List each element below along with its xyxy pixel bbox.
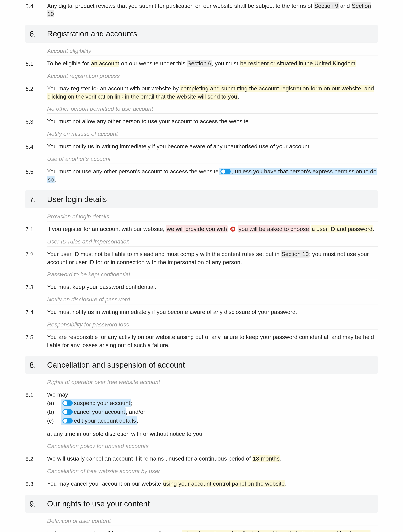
text: Your user ID must not be liable to misle… <box>47 251 281 257</box>
note-text: Rights of operator over free website acc… <box>47 379 378 387</box>
clause-number: 5.4 <box>25 2 47 18</box>
section-7-header: 7. User login details <box>25 190 378 208</box>
clause-8-2: 8.2 We will usually cancel an account if… <box>25 455 378 463</box>
clause-number: 6.5 <box>25 167 47 184</box>
text: You may register for an account with our… <box>47 85 180 92</box>
text: ; and/or <box>126 408 145 416</box>
text: cancel your account <box>74 409 125 415</box>
note-6-2: Account registration process <box>25 72 378 81</box>
clause-body: Any digital product reviews that you sub… <box>47 2 378 18</box>
note-7-2: User ID rules and impersonation <box>25 238 378 247</box>
note-text: Notify on disclosure of password <box>47 296 378 304</box>
note-text: Responsibility for password loss <box>47 321 378 329</box>
text: on our website under this <box>119 60 187 67</box>
editable-field[interactable]: a user ID and password <box>311 225 373 233</box>
section-title: Our rights to use your content <box>47 500 378 508</box>
text: suspend your account <box>74 400 130 406</box>
text: You may cancel your account on our websi… <box>47 480 163 487</box>
clause-number: 8.3 <box>25 480 47 488</box>
document-page: 5.4 Any digital product reviews that you… <box>0 2 403 532</box>
note-7-4: Notify on disclosure of password <box>25 296 378 304</box>
clause-number: 7.2 <box>25 250 47 266</box>
text: . <box>55 176 56 183</box>
toggle-clause[interactable]: suspend your account <box>61 399 131 407</box>
clause-body: If you register for an account with our … <box>47 225 378 233</box>
text: . <box>356 60 357 67</box>
note-text: Cancellation policy for unused accounts <box>47 443 378 451</box>
text: and <box>339 3 352 9</box>
sub-marker: (b) <box>47 408 61 416</box>
toggle-clause[interactable]: cancel your account <box>61 407 126 416</box>
text: You must not use any other person's acco… <box>47 168 219 175</box>
section-number: 7. <box>25 195 47 203</box>
note-text: Cancellation of free website account by … <box>47 468 378 476</box>
text: edit your account details <box>74 417 136 424</box>
note-text: User ID rules and impersonation <box>47 238 378 247</box>
clause-7-1: 7.1 If you register for an account with … <box>25 225 378 233</box>
clause-6-4: 6.4 You must notify us in writing immedi… <box>25 142 378 151</box>
section-number: 9. <box>25 500 47 508</box>
note-6-1: Account eligibility <box>25 47 378 56</box>
text: , <box>137 417 138 425</box>
note-6-4: Notify on misuse of account <box>25 130 378 139</box>
clause-6-1: 6.1 To be eligible for an account on our… <box>25 59 378 68</box>
note-6-3: No other person permitted to use account <box>25 105 378 114</box>
section-9-header: 9. Our rights to use your content <box>25 495 378 513</box>
toggle-icon[interactable] <box>62 418 73 424</box>
clause-number: 6.4 <box>25 142 47 151</box>
note-7-5: Responsibility for password loss <box>25 321 378 329</box>
sub-marker: (c) <box>47 417 61 425</box>
text: Any digital product reviews that you sub… <box>47 3 314 9</box>
text: In these terms and conditions, "your con… <box>47 530 182 532</box>
section-ref[interactable]: Section 10 <box>281 250 309 258</box>
editable-field[interactable]: an account <box>91 60 119 67</box>
clause-6-5: 6.5 You must not use any other person's … <box>25 167 378 184</box>
text: To be eligible for <box>47 60 91 67</box>
section-number: 6. <box>25 30 47 38</box>
note-text: Definition of user content <box>47 517 378 526</box>
clause-8-3: 8.3 You may cancel your account on our w… <box>25 480 378 488</box>
or-icon[interactable]: or <box>230 227 235 232</box>
sub-marker: (a) <box>47 399 61 407</box>
clause-body: You may register for an account with our… <box>47 84 378 101</box>
clause-5-4: 5.4 Any digital product reviews that you… <box>25 2 378 18</box>
note-text: Password to be kept confidential <box>47 271 378 279</box>
note-6-5: Use of another's account <box>25 155 378 164</box>
toggle-icon[interactable] <box>220 169 231 174</box>
text: . <box>54 11 56 17</box>
note-8-3: Cancellation of free website account by … <box>25 468 378 476</box>
option-b[interactable]: you will be asked to choose <box>238 225 310 233</box>
toggle-icon[interactable] <box>62 400 73 406</box>
editable-field[interactable]: 18 months <box>252 455 280 462</box>
section-number: 8. <box>25 361 47 369</box>
toggle-clause[interactable]: edit your account details <box>61 416 137 425</box>
editable-field[interactable]: be resident or situated in the United Ki… <box>240 60 356 67</box>
section-ref[interactable]: Section 9 <box>314 2 339 9</box>
text: We will usually cancel an account if it … <box>47 455 252 462</box>
lead-text: We may: <box>47 390 378 399</box>
clause-body: You must notify us in writing immediatel… <box>47 142 378 151</box>
section-title: Registration and accounts <box>47 30 378 38</box>
text: . <box>373 226 374 232</box>
toggle-icon[interactable] <box>62 409 73 415</box>
option-a[interactable]: we will provide you with <box>166 225 227 233</box>
clause-7-5: 7.5 You are responsible for any activity… <box>25 333 378 349</box>
note-8-2: Cancellation policy for unused accounts <box>25 443 378 451</box>
editable-field[interactable]: using your account control panel on the … <box>163 480 285 487</box>
clause-7-2: 7.2 Your user ID must not be liable to m… <box>25 250 378 266</box>
clause-body: In these terms and conditions, "your con… <box>47 529 378 532</box>
note-7-1: Provision of login details <box>25 213 378 222</box>
clause-body: You must notify us in writing immediatel… <box>47 308 378 316</box>
note-text: No other person permitted to use account <box>47 105 378 114</box>
section-ref[interactable]: Section 6 <box>187 60 212 67</box>
text: If you register for an account with our … <box>47 226 166 232</box>
clause-number: 6.1 <box>25 59 47 68</box>
clause-body: You are responsible for any activity on … <box>47 333 378 349</box>
clause-body: You must keep your password confidential… <box>47 283 378 291</box>
note-text: Notify on misuse of account <box>47 130 378 139</box>
clause-body: To be eligible for an account on our web… <box>47 59 378 68</box>
note-7-3: Password to be kept confidential <box>25 271 378 279</box>
tail-text: at any time in our sole discretion with … <box>47 430 378 438</box>
note-text: Provision of login details <box>47 213 378 222</box>
section-6-header: 6. Registration and accounts <box>25 25 378 43</box>
